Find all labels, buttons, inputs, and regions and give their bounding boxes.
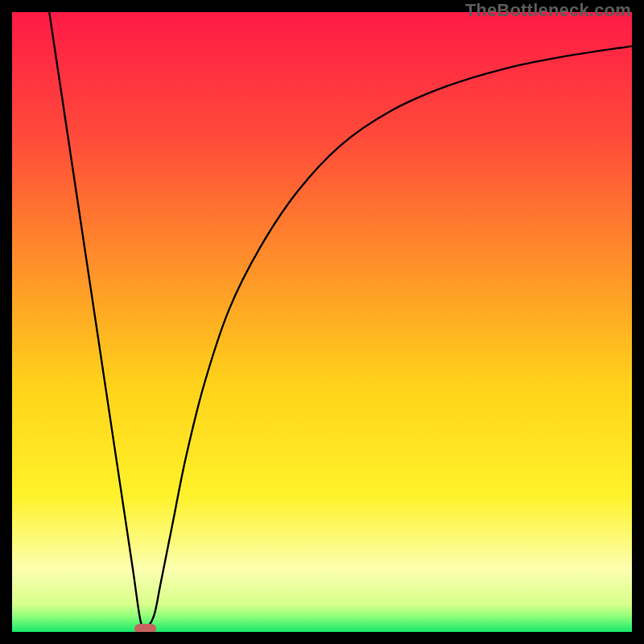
watermark-text: TheBottleneck.com xyxy=(465,0,631,21)
optimal-marker xyxy=(134,624,156,632)
chart-background xyxy=(12,12,632,632)
chart-frame xyxy=(12,12,632,632)
bottleneck-chart xyxy=(12,12,632,632)
